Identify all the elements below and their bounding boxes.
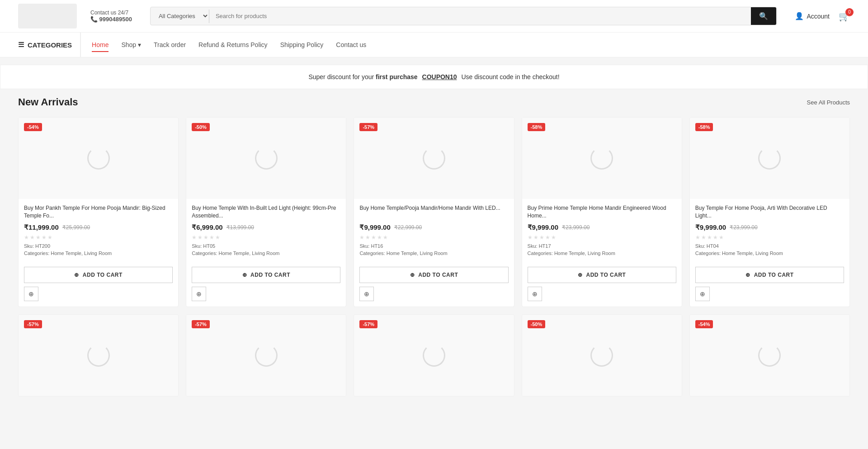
- coupon-code: COUPON10: [422, 73, 457, 80]
- product-sku: Sku: HT04: [695, 243, 844, 249]
- add-to-cart-button[interactable]: ⊕ ADD TO CART: [24, 267, 173, 283]
- add-to-cart-button[interactable]: ⊕ ADD TO CART: [359, 267, 508, 283]
- star-3: ★: [203, 234, 208, 241]
- product-card: -50% Buy Home Temple With In-Built Led L…: [186, 117, 346, 307]
- add-to-cart-button[interactable]: ⊕ ADD TO CART: [192, 267, 340, 283]
- discount-badge: -50%: [192, 123, 210, 131]
- banner-text-after: Use discount code in the checkout!: [461, 73, 559, 80]
- wishlist-button[interactable]: ⊕: [359, 287, 374, 301]
- original-price: ₹23,999.00: [730, 224, 757, 231]
- star-4: ★: [42, 234, 47, 241]
- wishlist-icon: ⊕: [28, 290, 34, 298]
- current-price: ₹9,999.00: [359, 223, 390, 232]
- category-select[interactable]: All Categories: [151, 8, 209, 24]
- loading-spinner: [255, 147, 278, 170]
- search-icon: 🔍: [759, 12, 768, 20]
- account-icon: 👤: [795, 12, 804, 20]
- discount-badge: -50%: [528, 320, 546, 328]
- add-to-cart-button[interactable]: ⊕ ADD TO CART: [695, 267, 844, 283]
- add-to-cart-label: ADD TO CART: [83, 272, 123, 278]
- nav-item-track[interactable]: Track order: [154, 41, 186, 48]
- account-button[interactable]: 👤 Account: [795, 12, 830, 20]
- header-right: 👤 Account 🛒 0: [795, 11, 850, 22]
- loading-spinner: [590, 147, 613, 170]
- star-5: ★: [719, 234, 724, 241]
- search-button[interactable]: 🔍: [751, 7, 776, 25]
- nav-links: Home Shop ▾ Track order Refund & Returns…: [81, 41, 366, 48]
- wishlist-button[interactable]: ⊕: [192, 287, 206, 301]
- original-price: ₹13,999.00: [226, 224, 254, 231]
- product-title: Buy Temple For Home Pooja, Arti With Dec…: [695, 204, 844, 220]
- add-to-cart-label: ADD TO CART: [754, 272, 794, 278]
- product-categories: Categories: Home Temple, Living Room: [528, 250, 676, 257]
- product-sku: Sku: HT16: [359, 243, 508, 249]
- discount-badge: -57%: [192, 320, 210, 328]
- wishlist-icon: ⊕: [364, 290, 369, 298]
- star-1: ★: [528, 234, 533, 241]
- cart-badge: 0: [845, 8, 854, 16]
- search-input[interactable]: [209, 8, 751, 24]
- star-2: ★: [533, 234, 538, 241]
- product-image: [354, 118, 514, 199]
- promo-banner: Super discount for your first purchase C…: [0, 65, 868, 89]
- loading-spinner: [255, 344, 278, 367]
- current-price: ₹11,999.00: [24, 223, 59, 232]
- product-info: Buy Prime Home Temple Home Mandir Engine…: [522, 199, 682, 267]
- categories-button[interactable]: ☰ CATEGORIES: [18, 33, 81, 57]
- nav-item-shop[interactable]: Shop ▾: [121, 41, 141, 48]
- see-all-products-link[interactable]: See All Products: [807, 99, 850, 106]
- original-price: ₹23,999.00: [562, 224, 590, 231]
- banner-text-before: Super discount for your: [308, 73, 376, 80]
- star-1: ★: [192, 234, 197, 241]
- add-to-cart-label: ADD TO CART: [586, 272, 626, 278]
- cart-button[interactable]: 🛒 0: [839, 11, 850, 22]
- product-title: Buy Prime Home Temple Home Mandir Engine…: [528, 204, 676, 220]
- star-2: ★: [198, 234, 203, 241]
- star-1: ★: [359, 234, 364, 241]
- nav-link-track[interactable]: Track order: [154, 38, 186, 51]
- star-4: ★: [545, 234, 550, 241]
- star-1: ★: [24, 234, 29, 241]
- product-image: [522, 315, 682, 396]
- product-info: Buy Home Temple/Pooja Mandir/Home Mandir…: [354, 199, 514, 267]
- product-actions: ⊕ ADD TO CART ⊕: [354, 267, 514, 307]
- product-title: Buy Mor Pankh Temple For Home Pooja Mand…: [24, 204, 173, 220]
- nav-item-home[interactable]: Home: [92, 41, 108, 48]
- nav-link-shop[interactable]: Shop ▾: [121, 38, 141, 51]
- nav-item-contact[interactable]: Contact us: [336, 41, 366, 48]
- star-rating: ★ ★ ★ ★ ★: [528, 234, 676, 241]
- product-sku: Sku: HT17: [528, 243, 676, 249]
- cart-add-icon: ⊕: [410, 272, 415, 278]
- wishlist-icon: ⊕: [532, 290, 538, 298]
- nav-link-contact[interactable]: Contact us: [336, 38, 366, 51]
- current-price: ₹6,999.00: [192, 223, 222, 232]
- account-label: Account: [807, 13, 830, 20]
- discount-badge: -57%: [359, 320, 377, 328]
- product-actions: ⊕ ADD TO CART ⊕: [186, 267, 346, 307]
- star-2: ★: [365, 234, 370, 241]
- wishlist-button[interactable]: ⊕: [24, 287, 38, 301]
- nav-item-shipping[interactable]: Shipping Policy: [280, 41, 324, 48]
- add-to-cart-button[interactable]: ⊕ ADD TO CART: [528, 267, 676, 283]
- nav-link-shipping[interactable]: Shipping Policy: [280, 38, 324, 51]
- logo[interactable]: [18, 4, 77, 28]
- cart-add-icon: ⊕: [745, 272, 750, 278]
- discount-badge: -57%: [359, 123, 377, 131]
- nav-link-home[interactable]: Home: [92, 38, 108, 52]
- product-grid-row1: -54% Buy Mor Pankh Temple For Home Pooja…: [18, 117, 850, 307]
- add-to-cart-label: ADD TO CART: [418, 272, 458, 278]
- discount-badge: -54%: [24, 123, 42, 131]
- wishlist-button[interactable]: ⊕: [695, 287, 710, 301]
- star-2: ★: [30, 234, 35, 241]
- loading-spinner: [758, 147, 781, 170]
- cart-add-icon: ⊕: [578, 272, 583, 278]
- loading-spinner: [590, 344, 613, 367]
- nav-link-refund[interactable]: Refund & Returns Policy: [198, 38, 268, 51]
- wishlist-button[interactable]: ⊕: [528, 287, 542, 301]
- wishlist-icon: ⊕: [196, 290, 202, 298]
- star-3: ★: [539, 234, 544, 241]
- product-card: -50%: [522, 314, 682, 397]
- contact-info: Contact us 24/7 📞 9990489500: [90, 9, 132, 23]
- product-image: [354, 315, 514, 396]
- nav-item-refund[interactable]: Refund & Returns Policy: [198, 41, 268, 48]
